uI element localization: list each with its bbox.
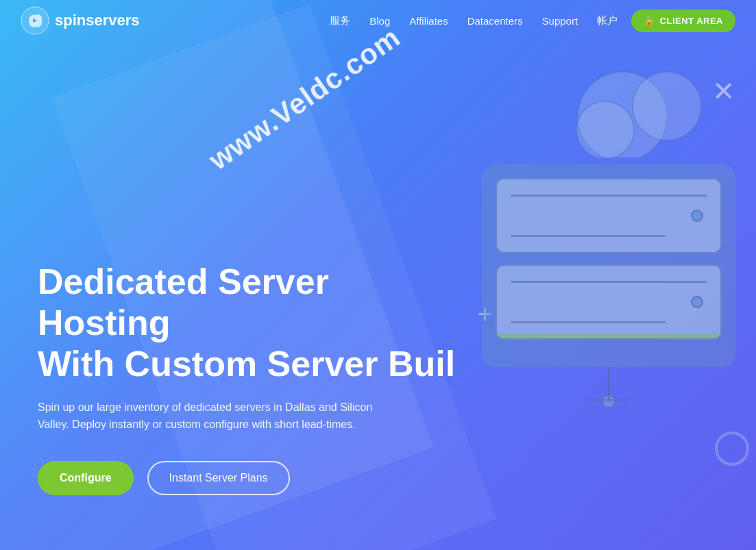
decorative-circle	[715, 432, 749, 466]
hero-subtitle: Spin up our large inventory of dedicated…	[38, 399, 401, 434]
hero-title: Dedicated Server Hosting With Custom Ser…	[38, 262, 463, 384]
server-rack	[482, 164, 735, 409]
hero-buttons: Configure Instant Server Plans	[38, 461, 463, 495]
rack-stand	[608, 367, 610, 401]
svg-point-2	[633, 72, 701, 140]
navbar: spinservers 服务 Blog Affiliates Datacente…	[0, 0, 756, 41]
nav-datacenters[interactable]: Datacenters	[467, 15, 523, 27]
logo-text: spinservers	[55, 12, 140, 29]
logo-icon	[21, 6, 49, 35]
watermark: www.Veldc.com	[203, 21, 406, 177]
client-area-label: CLIENT AREA	[660, 16, 723, 26]
lock-icon: 🔒	[644, 16, 655, 26]
server-unit-2	[496, 264, 722, 340]
server-dot-1	[691, 210, 703, 222]
hero-section: spinservers 服务 Blog Affiliates Datacente…	[0, 0, 756, 550]
nav-links: 服务 Blog Affiliates Datacenters Support 帐…	[330, 14, 618, 27]
server-illustration: ✕ +	[468, 41, 756, 507]
client-area-button[interactable]: 🔒 CLIENT AREA	[631, 10, 735, 32]
hero-content: Dedicated Server Hosting With Custom Ser…	[38, 262, 463, 495]
nav-services[interactable]: 服务	[330, 14, 350, 27]
nav-blog[interactable]: Blog	[369, 15, 390, 27]
x-decoration: ✕	[712, 75, 735, 107]
server-dot-2	[691, 296, 703, 308]
nav-account[interactable]: 帐户	[597, 14, 618, 27]
instant-plans-button[interactable]: Instant Server Plans	[147, 461, 290, 495]
server-green-bar	[497, 333, 720, 338]
nav-support[interactable]: Support	[542, 15, 578, 27]
configure-button[interactable]: Configure	[38, 461, 134, 495]
logo[interactable]: spinservers	[21, 6, 140, 35]
server-unit-1	[496, 178, 722, 253]
rack-background	[482, 164, 735, 367]
nav-affiliates[interactable]: Affiliates	[409, 15, 448, 27]
svg-point-3	[576, 101, 634, 158]
cloud-icon	[561, 55, 718, 158]
